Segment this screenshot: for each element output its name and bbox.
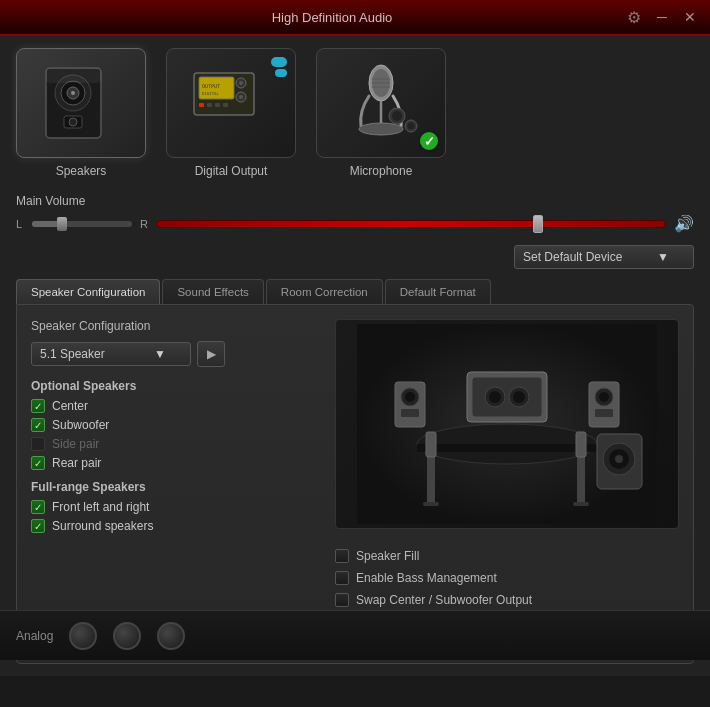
svg-point-26	[359, 123, 403, 135]
svg-point-40	[513, 391, 525, 403]
speaker-config-dropdown[interactable]: 5.1 Speaker ▼	[31, 342, 191, 366]
checkbox-speaker-fill-row: Speaker Fill	[335, 549, 679, 563]
analog-circle-1[interactable]	[69, 622, 97, 650]
main-volume-thumb[interactable]	[533, 215, 543, 233]
checkbox-rear-pair-input[interactable]	[31, 456, 45, 470]
analog-circle-2[interactable]	[113, 622, 141, 650]
svg-rect-36	[472, 377, 542, 417]
default-device-arrow: ▼	[657, 250, 669, 264]
svg-point-38	[489, 391, 501, 403]
svg-point-16	[239, 95, 243, 99]
dropdown-value: 5.1 Speaker	[40, 347, 105, 361]
play-button[interactable]: ▶	[197, 341, 225, 367]
svg-rect-18	[207, 103, 212, 107]
tab-default-format[interactable]: Default Format	[385, 279, 491, 304]
settings-button[interactable]: ⚙	[624, 7, 644, 27]
svg-point-52	[615, 455, 623, 463]
optional-speakers-title: Optional Speakers	[31, 379, 321, 393]
svg-rect-34	[417, 444, 597, 452]
minimize-button[interactable]: ─	[652, 7, 672, 27]
tab-speaker-configuration[interactable]: Speaker Configuration	[16, 279, 160, 304]
checkbox-center: Center	[31, 399, 321, 413]
volume-section: Main Volume L R 🔊	[16, 194, 694, 233]
tab-panel-inner: Speaker Configuration 5.1 Speaker ▼ ▶ Op…	[31, 319, 679, 607]
checkbox-surround-label: Surround speakers	[52, 519, 153, 533]
checkbox-speaker-fill-input[interactable]	[335, 549, 349, 563]
volume-row: L R 🔊	[16, 214, 694, 233]
default-device-dropdown[interactable]: Set Default Device ▼	[514, 245, 694, 269]
checkbox-subwoofer-input[interactable]	[31, 418, 45, 432]
checkbox-subwoofer: Subwoofer	[31, 418, 321, 432]
checkbox-center-input[interactable]	[31, 399, 45, 413]
speakers-icon-wrap[interactable]	[16, 48, 146, 158]
checkbox-bass-management-input[interactable]	[335, 571, 349, 585]
microphone-icon	[339, 61, 424, 146]
close-button[interactable]: ✕	[680, 7, 700, 27]
dropdown-arrow: ▼	[154, 347, 166, 361]
device-microphone[interactable]: ✓ Microphone	[316, 48, 446, 178]
checkbox-bass-management-row: Enable Bass Management	[335, 571, 679, 585]
svg-point-43	[405, 392, 415, 402]
digital-output-icon-wrap[interactable]: OUTPUT DIGITAL	[166, 48, 296, 158]
main-volume-slider[interactable]	[156, 220, 666, 228]
svg-point-14	[239, 81, 243, 85]
checkbox-side-pair-label: Side pair	[52, 437, 99, 451]
checkbox-swap-center-row: Swap Center / Subwoofer Output	[335, 593, 679, 607]
svg-rect-54	[423, 502, 439, 506]
speaker-diagram	[335, 319, 679, 529]
vol-right-label: R	[140, 218, 148, 230]
speaker-diagram-svg	[357, 324, 657, 524]
checkbox-swap-center-input[interactable]	[335, 593, 349, 607]
checkbox-subwoofer-label: Subwoofer	[52, 418, 109, 432]
checkbox-surround-input[interactable]	[31, 519, 45, 533]
balance-thumb[interactable]	[57, 217, 67, 231]
checkbox-speaker-fill-label: Speaker Fill	[356, 549, 419, 563]
speaker-config-dropdown-row: 5.1 Speaker ▼ ▶	[31, 341, 321, 367]
checkbox-surround: Surround speakers	[31, 519, 321, 533]
play-icon: ▶	[207, 347, 216, 361]
svg-point-29	[392, 111, 402, 121]
svg-point-31	[407, 122, 414, 129]
microphone-status-badge: ✓	[418, 130, 440, 152]
default-device-label: Set Default Device	[523, 250, 622, 264]
window-title: High Definition Audio	[40, 10, 624, 25]
microphone-icon-wrap[interactable]: ✓	[316, 48, 446, 158]
speakers-label: Speakers	[56, 164, 107, 178]
checkbox-front-lr-input[interactable]	[31, 500, 45, 514]
svg-rect-44	[401, 409, 419, 417]
devices-row: Speakers OUTPUT DIGITAL	[16, 48, 694, 178]
volume-label: Main Volume	[16, 194, 694, 208]
checkbox-rear-pair-label: Rear pair	[52, 456, 101, 470]
svg-rect-48	[595, 409, 613, 417]
svg-point-47	[599, 392, 609, 402]
chat-icon	[271, 57, 287, 77]
checkbox-center-label: Center	[52, 399, 88, 413]
speaker-config-section-title: Speaker Configuration	[31, 319, 321, 333]
default-device-row: Set Default Device ▼	[16, 245, 694, 269]
analog-bar: Analog	[0, 610, 710, 660]
vol-left-label: L	[16, 218, 24, 230]
tab-room-correction[interactable]: Room Correction	[266, 279, 383, 304]
balance-slider[interactable]	[32, 221, 132, 227]
right-panel: Speaker Fill Enable Bass Management Swap…	[335, 319, 679, 607]
checkbox-side-pair: Side pair	[31, 437, 321, 451]
checkbox-front-lr: Front left and right	[31, 500, 321, 514]
device-digital-output[interactable]: OUTPUT DIGITAL	[166, 48, 296, 178]
checkbox-side-pair-input[interactable]	[31, 437, 45, 451]
device-speakers[interactable]: Speakers	[16, 48, 146, 178]
svg-rect-7	[46, 68, 101, 83]
checkbox-front-lr-label: Front left and right	[52, 500, 149, 514]
checkbox-bass-management-label: Enable Bass Management	[356, 571, 497, 585]
svg-text:OUTPUT: OUTPUT	[202, 83, 220, 89]
tab-sound-effects[interactable]: Sound Effects	[162, 279, 263, 304]
speaker-volume-icon: 🔊	[674, 214, 694, 233]
svg-rect-53	[427, 454, 435, 504]
svg-rect-57	[573, 502, 589, 506]
left-panel: Speaker Configuration 5.1 Speaker ▼ ▶ Op…	[31, 319, 321, 607]
speakers-icon	[36, 58, 126, 148]
main-content: Speakers OUTPUT DIGITAL	[0, 36, 710, 676]
svg-point-6	[69, 118, 77, 126]
svg-rect-58	[576, 432, 586, 457]
analog-circle-3[interactable]	[157, 622, 185, 650]
svg-rect-17	[199, 103, 204, 107]
